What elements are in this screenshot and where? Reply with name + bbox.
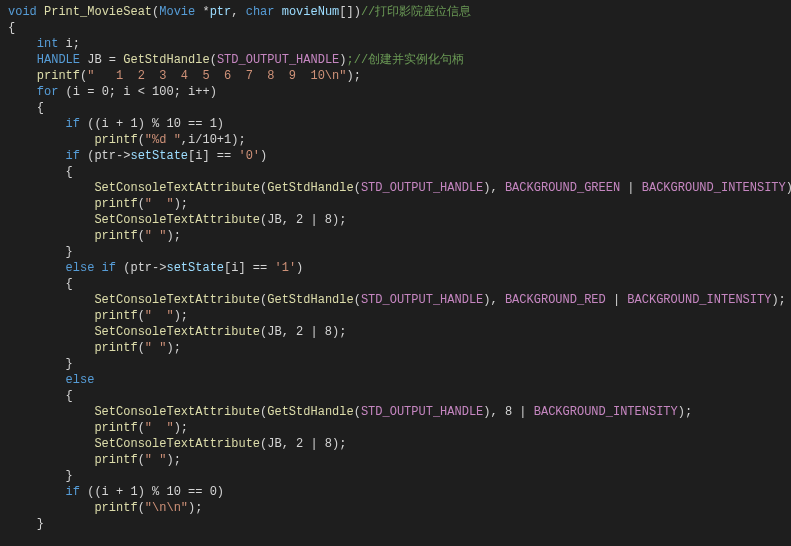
- function-call: printf: [94, 309, 137, 323]
- args: (JB, 2 | 8);: [260, 437, 346, 451]
- comment: ;//创建并实例化句柄: [347, 53, 465, 67]
- code-line: SetConsoleTextAttribute(JB, 2 | 8);: [8, 212, 791, 228]
- code-line: }: [8, 516, 791, 532]
- string-literal: " ": [145, 309, 174, 323]
- function-call: printf: [94, 341, 137, 355]
- brace-close: }: [37, 517, 44, 531]
- keyword-int: int: [37, 37, 59, 51]
- string-literal: " ": [145, 229, 167, 243]
- function-call: printf: [94, 197, 137, 211]
- function-call: printf: [94, 421, 137, 435]
- code-line: {: [8, 20, 791, 36]
- code-line: if ((i + 1) % 10 == 1): [8, 116, 791, 132]
- keyword-if: if: [66, 117, 80, 131]
- type-handle: HANDLE: [37, 53, 80, 67]
- function-call: SetConsoleTextAttribute: [94, 213, 260, 227]
- if-condition: [i] ==: [188, 149, 238, 163]
- code-line: int i;: [8, 36, 791, 52]
- macro: BACKGROUND_RED: [505, 293, 606, 307]
- string-literal: " 1 2 3 4 5 6 7 8 9 10\n": [87, 69, 346, 83]
- function-call: GetStdHandle: [267, 181, 353, 195]
- var-assign: JB =: [80, 53, 123, 67]
- code-line: SetConsoleTextAttribute(GetStdHandle(STD…: [8, 292, 791, 308]
- for-condition: (i = 0; i < 100; i++): [58, 85, 216, 99]
- function-call: GetStdHandle: [123, 53, 209, 67]
- code-line: HANDLE JB = GetStdHandle(STD_OUTPUT_HAND…: [8, 52, 791, 68]
- function-call: SetConsoleTextAttribute: [94, 437, 260, 451]
- brace-open: {: [66, 165, 73, 179]
- param-name: movieNum: [282, 5, 340, 19]
- args: ,i/10+1);: [181, 133, 246, 147]
- code-line: SetConsoleTextAttribute(GetStdHandle(STD…: [8, 404, 791, 420]
- keyword-else: else: [66, 373, 95, 387]
- code-line: SetConsoleTextAttribute(GetStdHandle(STD…: [8, 180, 791, 196]
- brace-close: }: [66, 469, 73, 483]
- if-condition: [i] ==: [224, 261, 274, 275]
- code-line: {: [8, 276, 791, 292]
- string-literal: " ": [145, 421, 174, 435]
- macro: BACKGROUND_INTENSITY: [534, 405, 678, 419]
- string-literal: " ": [145, 197, 174, 211]
- args: (JB, 2 | 8);: [260, 325, 346, 339]
- var-decl: i;: [58, 37, 80, 51]
- string-literal: "\n\n": [145, 501, 188, 515]
- keyword-if: if: [66, 149, 80, 163]
- function-call: printf: [94, 229, 137, 243]
- macro: BACKGROUND_GREEN: [505, 181, 620, 195]
- keyword-void: void: [8, 5, 37, 19]
- function-call: SetConsoleTextAttribute: [94, 181, 260, 195]
- code-line: printf(" ");: [8, 196, 791, 212]
- code-line: {: [8, 164, 791, 180]
- function-call: printf: [94, 133, 137, 147]
- brace-open: {: [37, 101, 44, 115]
- function-call: printf: [37, 69, 80, 83]
- if-condition: ((i + 1) % 10 == 1): [80, 117, 224, 131]
- brace-close: }: [66, 357, 73, 371]
- code-line: printf(" ");: [8, 340, 791, 356]
- code-editor[interactable]: void Print_MovieSeat(Movie *ptr, char mo…: [8, 4, 791, 532]
- keyword-if: if: [66, 485, 80, 499]
- function-call: SetConsoleTextAttribute: [94, 405, 260, 419]
- brace-close: }: [66, 245, 73, 259]
- function-call: GetStdHandle: [267, 293, 353, 307]
- char-literal: '0': [238, 149, 260, 163]
- function-call: printf: [94, 453, 137, 467]
- code-line: else if (ptr->setState[i] == '1'): [8, 260, 791, 276]
- macro: BACKGROUND_INTENSITY: [627, 293, 771, 307]
- code-line: }: [8, 244, 791, 260]
- code-line: {: [8, 388, 791, 404]
- string-literal: "%d ": [145, 133, 181, 147]
- code-line: }: [8, 356, 791, 372]
- code-line: for (i = 0; i < 100; i++): [8, 84, 791, 100]
- string-literal: " ": [145, 453, 167, 467]
- args: (JB, 2 | 8);: [260, 213, 346, 227]
- field: setState: [166, 261, 224, 275]
- macro: BACKGROUND_INTENSITY: [642, 181, 786, 195]
- macro: STD_OUTPUT_HANDLE: [361, 181, 483, 195]
- code-line: }: [8, 468, 791, 484]
- macro: STD_OUTPUT_HANDLE: [361, 293, 483, 307]
- if-condition: ): [260, 149, 267, 163]
- function-call: printf: [94, 501, 137, 515]
- code-line: if (ptr->setState[i] == '0'): [8, 148, 791, 164]
- code-line: printf(" ");: [8, 308, 791, 324]
- string-literal: " ": [145, 341, 167, 355]
- code-line: {: [8, 100, 791, 116]
- if-condition: (ptr->: [80, 149, 130, 163]
- if-condition: (ptr->: [116, 261, 166, 275]
- code-line: printf(" 1 2 3 4 5 6 7 8 9 10\n");: [8, 68, 791, 84]
- if-condition: ((i + 1) % 10 == 0): [80, 485, 224, 499]
- macro: STD_OUTPUT_HANDLE: [217, 53, 339, 67]
- brace-open: {: [66, 389, 73, 403]
- param-type: Movie: [159, 5, 195, 19]
- brace-open: {: [66, 277, 73, 291]
- function-call: GetStdHandle: [267, 405, 353, 419]
- code-line: printf("%d ",i/10+1);: [8, 132, 791, 148]
- code-line: SetConsoleTextAttribute(JB, 2 | 8);: [8, 436, 791, 452]
- keyword-else-if: else if: [66, 261, 116, 275]
- code-line: if ((i + 1) % 10 == 0): [8, 484, 791, 500]
- code-line: else: [8, 372, 791, 388]
- param-type: char: [246, 5, 275, 19]
- brace-open: {: [8, 21, 15, 35]
- field: setState: [130, 149, 188, 163]
